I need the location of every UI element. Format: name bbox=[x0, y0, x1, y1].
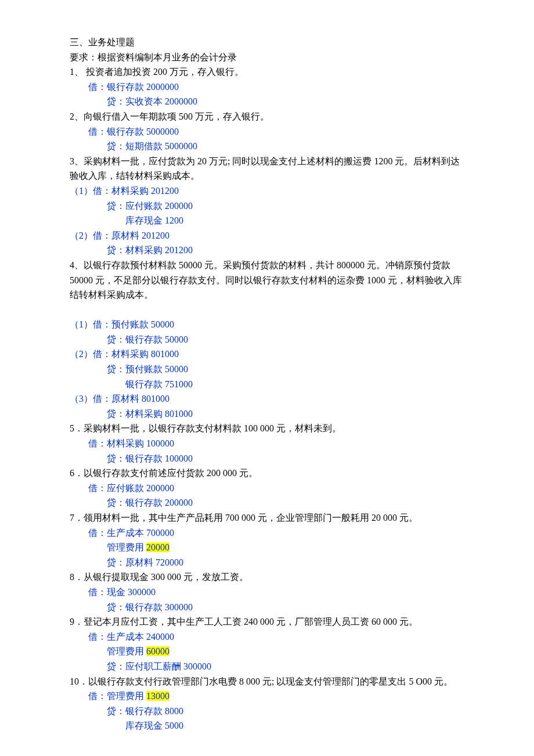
q2-text: 2、向银行借入一年期款项 500 万元，存入银行。 bbox=[70, 109, 464, 124]
q8-text: 8．从银行提取现金 300 000 元，发放工资。 bbox=[70, 570, 464, 585]
q7-debit2: 管理费用 20000 bbox=[70, 540, 464, 555]
q10-credit2: 库存现金 5000 bbox=[70, 718, 464, 733]
section-title: 三、业务处理题 bbox=[70, 35, 464, 50]
q10-credit1: 贷：银行存款 8000 bbox=[70, 704, 464, 719]
q4-e3-credit: 贷：材料采购 801000 bbox=[70, 406, 464, 422]
q4-e2-credit1: 贷：预付账款 50000 bbox=[70, 362, 464, 377]
q4-e1-credit: 贷：银行存款 50000 bbox=[70, 332, 464, 347]
q1-credit: 贷：实收资本 2000000 bbox=[70, 94, 464, 109]
q4-e3-debit: （3）借：原材料 801000 bbox=[70, 391, 464, 406]
q8-debit: 借：现金 300000 bbox=[70, 585, 464, 600]
q3-e2-credit: 贷：材料采购 201200 bbox=[70, 243, 464, 258]
q8-credit: 贷：银行存款 300000 bbox=[70, 600, 464, 615]
q7-credit: 贷：原材料 720000 bbox=[70, 555, 464, 570]
q4-text: 4、以银行存款预付材料款 50000 元。采购预付货款的材料，共计 800000… bbox=[70, 258, 464, 303]
q5-text: 5．采购材料一批，以银行存款支付材料款 100 000 元，材料未到。 bbox=[70, 421, 464, 436]
q4-e2-credit2: 银行存款 751000 bbox=[70, 377, 464, 392]
q10-text: 10．以银行存款支付行政管理部门水电费 8 000 元; 以现金支付管理部门的零… bbox=[70, 674, 464, 689]
q10-debit: 借：管理费用 13000 bbox=[70, 689, 464, 704]
q6-text: 6．以银行存款支付前述应付货款 200 000 元。 bbox=[70, 466, 464, 481]
q7-debit1: 借：生产成本 700000 bbox=[70, 525, 464, 541]
q5-credit: 贷：银行存款 100000 bbox=[70, 451, 464, 466]
requirement: 要求：根据资料编制本月业务的会计分录 bbox=[70, 50, 464, 65]
q1-text: 1、 投资者追加投资 200 万元，存入银行。 bbox=[70, 64, 464, 80]
q9-debit1: 借：生产成本 240000 bbox=[70, 629, 464, 645]
q2-debit: 借：银行存款 5000000 bbox=[70, 124, 464, 139]
q5-debit: 借：材料采购 100000 bbox=[70, 436, 464, 451]
q6-debit: 借：应付账款 200000 bbox=[70, 481, 464, 496]
q1-debit: 借：银行存款 2000000 bbox=[70, 80, 464, 95]
q4-e2-debit: （2）借：材料采购 801000 bbox=[70, 347, 464, 362]
q10-highlight: 13000 bbox=[146, 691, 169, 701]
q7-text: 7．领用材料一批，其中生产产品耗用 700 000 元，企业管理部门一般耗用 2… bbox=[70, 510, 464, 525]
q9-debit2: 管理费用 60000 bbox=[70, 644, 464, 659]
q3-e1-debit: （1）借：材料采购 201200 bbox=[70, 183, 464, 199]
q6-credit: 贷：银行存款 200000 bbox=[70, 495, 464, 510]
q4-e1-debit: （1）借：预付账款 50000 bbox=[70, 317, 464, 332]
q3-text: 3、采购材料一批，应付货款为 20 万元; 同时以现金支付上述材料的搬运费 12… bbox=[70, 154, 464, 183]
q7-highlight: 20000 bbox=[146, 542, 169, 552]
q9-text: 9．登记本月应付工资，其中生产工人工资 240 000 元，厂部管理人员工资 6… bbox=[70, 614, 464, 629]
q9-credit: 贷：应付职工薪酬 300000 bbox=[70, 659, 464, 674]
q3-e1-credit2: 库存现金 1200 bbox=[70, 213, 464, 228]
q9-highlight: 60000 bbox=[146, 646, 169, 656]
q3-e2-debit: （2）借：原材料 201200 bbox=[70, 228, 464, 243]
q2-credit: 贷：短期借款 5000000 bbox=[70, 139, 464, 154]
q3-e1-credit1: 贷：应付账款 200000 bbox=[70, 199, 464, 214]
